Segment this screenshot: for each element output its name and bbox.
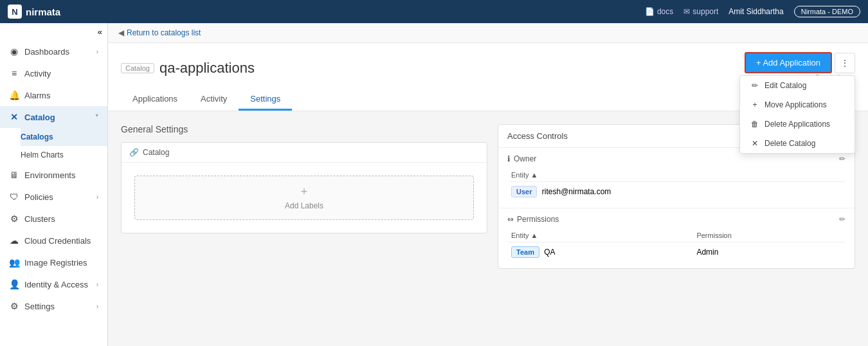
delete-catalog-icon: ✕ [750, 139, 759, 148]
sidebar-item-dashboards[interactable]: ◉ Dashboards › [0, 41, 107, 62]
clusters-icon: ⚙ [9, 214, 19, 224]
settings-icon: ⚙ [9, 301, 19, 311]
docs-link[interactable]: 📄 docs [645, 7, 673, 16]
catalog-name-title: qa-applications [159, 60, 255, 77]
tab-activity[interactable]: Activity [189, 89, 239, 111]
permissions-edit-button[interactable]: ✏ [839, 215, 845, 224]
breadcrumb-arrow: ◀ [118, 28, 124, 37]
tab-settings[interactable]: Settings [239, 89, 292, 111]
dropdown-delete-catalog[interactable]: ✕ Delete Catalog [740, 134, 854, 153]
permissions-permission-col-header: Permission [692, 229, 845, 242]
owner-email: ritesh@nirmata.com [542, 187, 611, 196]
dropdown-menu: ✏ Edit Catalog + Move Applications 🗑 Del… [739, 75, 855, 154]
sidebar-item-catalog[interactable]: ✕ Catalog ˅ [0, 106, 107, 128]
edit-icon: ✏ [750, 81, 759, 90]
tab-applications[interactable]: Applications [121, 89, 189, 111]
sidebar: « ◉ Dashboards › ≡ Activity 🔔 Alarms ✕ C… [0, 23, 108, 346]
add-labels-plus-icon: + [301, 185, 308, 199]
permissions-icon: ⇔ [507, 215, 514, 224]
left-panel: General Settings 🔗 Catalog + Add Labels [121, 124, 487, 333]
catalog-arrow: ˅ [95, 114, 98, 121]
sidebar-item-activity[interactable]: ≡ Activity [0, 62, 107, 84]
sidebar-item-alarms[interactable]: 🔔 Alarms [0, 84, 107, 106]
sidebar-label-clusters: Clusters [24, 214, 55, 224]
support-link[interactable]: ✉ support [683, 7, 718, 16]
main-content: ◀ Return to catalogs list Catalog qa-app… [108, 23, 868, 346]
cloud-icon: ☁ [9, 235, 19, 246]
catalog-section-label: Catalog [143, 148, 169, 157]
table-row: User ritesh@nirmata.com [507, 182, 845, 202]
right-panel: Access Controls ℹ Owner ✏ [498, 124, 855, 333]
sidebar-item-policies[interactable]: 🛡 Policies › [0, 186, 107, 208]
sidebar-item-settings[interactable]: ⚙ Settings › [0, 295, 107, 317]
edit-catalog-label: Edit Catalog [764, 81, 806, 90]
sidebar-label-alarms: Alarms [24, 91, 50, 100]
breadcrumb: ◀ Return to catalogs list [108, 23, 868, 43]
policies-arrow: › [96, 194, 98, 201]
owner-edit-button[interactable]: ✏ [839, 154, 845, 163]
dashboards-arrow: › [96, 48, 98, 55]
collapse-icon: « [98, 27, 102, 37]
general-settings-title: General Settings [121, 124, 487, 134]
catalog-section-header: 🔗 Catalog [122, 143, 487, 163]
registries-icon: 👥 [9, 257, 19, 268]
sidebar-label-activity: Activity [24, 69, 51, 78]
topbar: N nirmata 📄 docs ✉ support Amit Siddhart… [0, 0, 868, 23]
sidebar-label-catalog: Catalog [24, 113, 55, 122]
docs-icon: 📄 [645, 7, 655, 16]
env-selector[interactable]: Nirmata - DEMO [794, 6, 860, 17]
dropdown-edit-catalog[interactable]: ✏ Edit Catalog [740, 76, 854, 95]
owner-table: Entity ▲ User ritesh@nirmata.com [507, 168, 845, 201]
logo[interactable]: N nirmata [8, 5, 60, 19]
dashboards-icon: ◉ [9, 46, 19, 57]
sidebar-label-cloud: Cloud Credentials [24, 236, 91, 246]
header-actions: + Add Application ⋮ ✏ Edit Catalog + [745, 52, 855, 84]
delete-catalog-label: Delete Catalog [764, 139, 815, 148]
sidebar-label-catalogs: Catalogs [21, 132, 53, 141]
sidebar-item-cloud-credentials[interactable]: ☁ Cloud Credentials [0, 230, 107, 251]
sidebar-label-dashboards: Dashboards [24, 47, 69, 57]
owner-section: ℹ Owner ✏ Entity ▲ [498, 148, 854, 208]
sidebar-label-policies: Policies [24, 192, 53, 202]
catalog-section-body: + Add Labels [122, 163, 487, 233]
add-labels-text: Add Labels [285, 201, 323, 210]
dropdown-move-applications[interactable]: + Move Applications [740, 95, 854, 114]
dropdown-delete-applications[interactable]: 🗑 Delete Applications [740, 114, 854, 134]
add-labels-button[interactable]: + Add Labels [134, 176, 474, 220]
permissions-entity-col-header: Entity ▲ [507, 229, 692, 242]
owner-entity-cell: User ritesh@nirmata.com [507, 182, 845, 202]
permissions-section: ⇔ Permissions ✏ Entity ▲ Permission [498, 208, 854, 268]
identity-arrow: › [96, 281, 98, 288]
support-icon: ✉ [683, 7, 690, 16]
sidebar-toggle[interactable]: « [0, 23, 107, 41]
logo-text: nirmata [26, 6, 60, 17]
team-name: QA [544, 248, 555, 257]
sidebar-item-helm-charts[interactable]: Helm Charts [21, 146, 107, 164]
activity-icon: ≡ [9, 68, 19, 78]
sidebar-item-catalogs[interactable]: Catalogs [21, 128, 107, 146]
sidebar-item-clusters[interactable]: ⚙ Clusters [0, 208, 107, 230]
add-application-button[interactable]: + Add Application [745, 52, 832, 73]
permissions-entity-cell: Team QA [507, 242, 692, 262]
more-options-button[interactable]: ⋮ [835, 53, 855, 73]
alarms-icon: 🔔 [9, 90, 19, 100]
sidebar-label-identity: Identity & Access [24, 280, 88, 289]
catalog-icon: ✕ [9, 112, 19, 122]
catalog-link-icon: 🔗 [129, 148, 139, 157]
permissions-section-title: ⇔ Permissions [507, 215, 559, 224]
logo-icon: N [8, 5, 22, 19]
sidebar-item-environments[interactable]: 🖥 Environments [0, 164, 107, 186]
catalog-section-box: 🔗 Catalog + Add Labels [121, 142, 487, 233]
move-icon: + [750, 100, 759, 109]
user-name: Amit Siddhartha [728, 7, 783, 16]
sidebar-item-image-registries[interactable]: 👥 Image Registries [0, 251, 107, 273]
environments-icon: 🖥 [9, 170, 19, 180]
owner-section-title: ℹ Owner [507, 154, 536, 163]
delete-apps-icon: 🗑 [750, 120, 759, 129]
sidebar-label-environments: Environments [24, 170, 75, 180]
sidebar-item-identity-access[interactable]: 👤 Identity & Access › [0, 273, 107, 295]
sidebar-label-settings: Settings [24, 302, 55, 311]
delete-applications-label: Delete Applications [764, 120, 830, 129]
breadcrumb-link[interactable]: Return to catalogs list [127, 28, 201, 37]
content-header: Catalog qa-applications + Add Applicatio… [108, 43, 868, 111]
